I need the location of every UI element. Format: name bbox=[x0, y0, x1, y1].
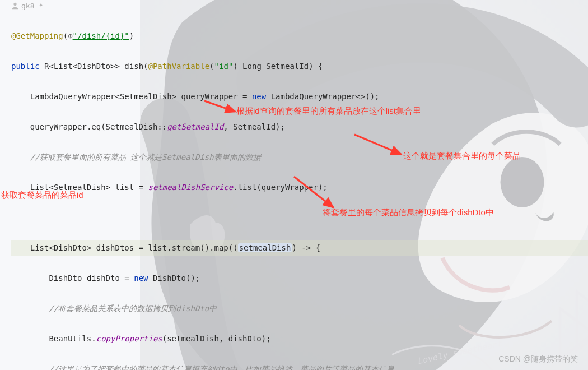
watermark: CSDN @随身携带的笑 bbox=[498, 354, 578, 364]
annotation-4: 将套餐里的每个菜品信息拷贝到每个dishDto中 bbox=[323, 207, 494, 218]
code-line[interactable]: BeanUtils.copyProperties(setmealDish, di… bbox=[11, 331, 588, 346]
code-line[interactable] bbox=[11, 210, 588, 225]
code-line[interactable]: DishDto dishDto = new DishDto(); bbox=[11, 271, 588, 286]
code-line[interactable]: List<SetmealDish> list = setmealDishServ… bbox=[11, 180, 588, 195]
breadcrumb-text: gk8 * bbox=[21, 2, 43, 10]
code-editor[interactable]: @GetMapping(⊕"/dish/{id}") public R<List… bbox=[0, 11, 588, 370]
code-line[interactable]: LambdaQueryWrapper<SetmealDish> queryWra… bbox=[11, 89, 588, 104]
user-icon bbox=[11, 2, 19, 10]
comment: //将套餐菜品关系表中的数据拷贝到dishDto中 bbox=[49, 304, 217, 313]
lambda-param-highlight: setmealDish bbox=[238, 243, 292, 252]
annotation-2: 这个就是套餐集合里的每个菜品 bbox=[403, 151, 521, 161]
comment: //这里是为了把套餐中的菜品的基本信息填充到dto中，比如菜品描述，菜品图片等菜… bbox=[49, 364, 394, 370]
code-line[interactable]: queryWrapper.eq(SetmealDish::getSetmealI… bbox=[11, 119, 588, 135]
code-line[interactable]: //将套餐菜品关系表中的数据拷贝到dishDto中 bbox=[11, 301, 588, 316]
annotation-3: 获取套餐菜品的菜品id bbox=[1, 190, 83, 201]
code-line[interactable]: @GetMapping(⊕"/dish/{id}") bbox=[11, 29, 588, 44]
svg-point-3 bbox=[13, 3, 16, 6]
comment: //获取套餐里面的所有菜品 这个就是SetmealDish表里面的数据 bbox=[30, 152, 261, 161]
globe-icon: ⊕ bbox=[68, 31, 72, 40]
breadcrumb: gk8 * bbox=[0, 0, 588, 11]
code-line[interactable]: public R<List<DishDto>> dish(@PathVariab… bbox=[11, 59, 588, 74]
annotation-1: 根据id查询的套餐里的所有菜品放在这个list集合里 bbox=[236, 106, 421, 117]
annotation-getmapping: @GetMapping bbox=[11, 31, 63, 40]
mapping-url: "/dish/{id}" bbox=[73, 31, 129, 40]
code-line-highlighted[interactable]: List<DishDto> dishDtos = list.stream().m… bbox=[11, 240, 588, 256]
